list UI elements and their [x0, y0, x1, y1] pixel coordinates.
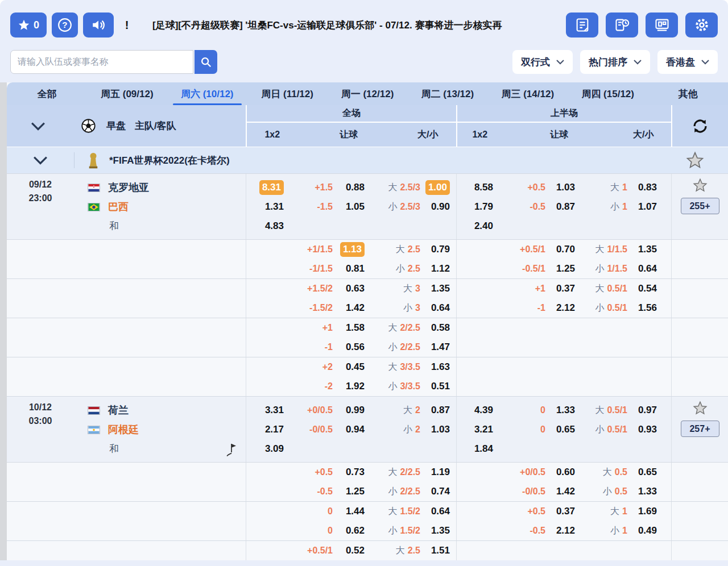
tab-date-1[interactable]: 周五 (09/12) — [87, 82, 167, 105]
odds-value[interactable]: 0.60 — [556, 467, 575, 477]
odds-value[interactable]: 1.25 — [346, 486, 365, 497]
settings-button[interactable] — [685, 13, 718, 38]
odds-value[interactable]: 0.64 — [638, 263, 657, 274]
odds-value[interactable]: 1.79 — [474, 201, 493, 212]
odds-1x2-cell[interactable]: 3.21 — [457, 424, 493, 435]
odds-value[interactable]: 0.74 — [431, 486, 450, 497]
handicap-odds-cell[interactable]: 1.13 — [333, 242, 365, 257]
ou-odds-cell[interactable]: 0.87 — [420, 405, 450, 416]
league-favorite-star-icon[interactable] — [686, 151, 704, 169]
odds-value[interactable]: 0.62 — [346, 525, 365, 536]
odds-value[interactable]: 1.33 — [556, 405, 575, 415]
odds-value[interactable]: 0.58 — [431, 322, 450, 333]
tab-date-7[interactable]: 周四 (15/12) — [568, 82, 648, 105]
odds-value[interactable]: 1.56 — [638, 302, 657, 313]
odds-value[interactable]: 1.03 — [556, 182, 575, 193]
handicap-odds-cell[interactable]: 0.88 — [333, 182, 365, 193]
odds-value[interactable]: 1.42 — [556, 486, 575, 497]
ou-odds-cell[interactable]: 0.64 — [420, 506, 450, 517]
odds-value[interactable]: 3.09 — [265, 443, 284, 454]
odds-1x2-cell[interactable]: 2.40 — [457, 220, 493, 232]
ou-odds-cell[interactable]: 1.35 — [627, 244, 657, 255]
more-markets-button[interactable]: 255+ — [681, 198, 719, 214]
handicap-odds-cell[interactable]: 1.05 — [333, 201, 365, 213]
odds-1x2-cell[interactable]: 1.84 — [457, 443, 493, 455]
odds-1x2-cell[interactable]: 1.31 — [246, 201, 284, 213]
odds-value[interactable]: 0.52 — [346, 545, 365, 556]
ou-odds-cell[interactable]: 0.54 — [627, 283, 657, 294]
handicap-odds-cell[interactable]: 1.33 — [545, 405, 575, 416]
odds-value[interactable]: 0.87 — [431, 405, 450, 415]
ou-odds-cell[interactable]: 1.33 — [627, 486, 657, 497]
home-team-name[interactable]: 荷兰 — [108, 403, 129, 417]
odds-value[interactable]: 1.51 — [431, 545, 450, 556]
odds-value[interactable]: 0.73 — [346, 467, 365, 477]
ou-odds-cell[interactable]: 0.97 — [627, 405, 657, 416]
handicap-odds-cell[interactable]: 0.62 — [333, 525, 365, 536]
ou-odds-cell[interactable]: 1.56 — [627, 302, 657, 314]
odds-value[interactable]: 0.97 — [638, 405, 657, 415]
handicap-odds-cell[interactable]: 1.92 — [333, 381, 365, 392]
odds-value[interactable]: 0.63 — [346, 283, 365, 294]
ou-odds-cell[interactable]: 0.49 — [627, 525, 657, 536]
ou-odds-cell[interactable]: 0.64 — [420, 302, 450, 314]
tab-date-2[interactable]: 周六 (10/12) — [167, 82, 247, 105]
search-button[interactable] — [195, 50, 217, 74]
handicap-odds-cell[interactable]: 1.44 — [333, 506, 365, 517]
odds-value[interactable]: 1.84 — [474, 443, 493, 454]
odds-value[interactable]: 1.35 — [638, 244, 657, 255]
odds-value[interactable]: 0.79 — [431, 244, 450, 255]
ou-odds-cell[interactable]: 0.79 — [420, 244, 450, 255]
ou-odds-cell[interactable]: 1.35 — [420, 525, 450, 536]
handicap-odds-cell[interactable]: 0.37 — [545, 506, 575, 517]
tab-date-3[interactable]: 周日 (11/12) — [247, 82, 328, 105]
board-button[interactable] — [646, 13, 678, 38]
handicap-odds-cell[interactable]: 0.73 — [333, 467, 365, 478]
odds-value[interactable]: 3.21 — [474, 424, 493, 435]
draw-label[interactable]: 和 — [88, 217, 246, 236]
tab-date-0[interactable]: 全部 — [7, 82, 87, 105]
odds-1x2-cell[interactable]: 3.09 — [246, 443, 284, 455]
sound-button[interactable] — [83, 13, 114, 38]
odds-value[interactable]: 0.37 — [556, 506, 575, 517]
tab-date-4[interactable]: 周一 (12/12) — [328, 82, 408, 105]
odds-value[interactable]: 0.49 — [638, 525, 657, 536]
ou-odds-cell[interactable]: 1.07 — [627, 201, 657, 213]
ou-odds-cell[interactable]: 1.03 — [420, 424, 450, 435]
odds-value[interactable]: 0.83 — [638, 182, 657, 193]
handicap-odds-cell[interactable]: 0.99 — [333, 405, 365, 416]
handicap-odds-cell[interactable]: 0.87 — [545, 201, 575, 213]
ou-odds-cell[interactable]: 0.93 — [627, 424, 657, 435]
odds-value[interactable]: 1.35 — [431, 283, 450, 294]
handicap-odds-cell[interactable]: 0.45 — [333, 361, 365, 373]
handicap-odds-cell[interactable]: 1.42 — [333, 302, 365, 314]
odds-value[interactable]: 0.81 — [346, 263, 365, 274]
odds-value[interactable]: 0.54 — [638, 283, 657, 294]
handicap-odds-cell[interactable]: 0.94 — [333, 424, 365, 435]
away-team-name[interactable]: 巴西 — [108, 200, 129, 214]
odds-value[interactable]: 0.51 — [431, 381, 450, 392]
odds-value[interactable]: 1.05 — [346, 201, 365, 212]
ou-odds-cell[interactable]: 1.35 — [420, 283, 450, 294]
away-team-name[interactable]: 阿根廷 — [108, 423, 139, 436]
odds-1x2-cell[interactable]: 4.83 — [246, 220, 284, 232]
refresh-icon[interactable] — [692, 118, 709, 135]
odds-value[interactable]: 0.90 — [431, 201, 450, 212]
odds-value[interactable]: 1.12 — [431, 263, 450, 274]
odds-value[interactable]: 0.64 — [431, 302, 450, 313]
odds-value[interactable]: 0.64 — [431, 506, 450, 517]
odds-1x2-cell[interactable]: 4.39 — [457, 405, 493, 416]
odds-value[interactable]: 4.83 — [265, 220, 284, 231]
odds-value[interactable]: 1.44 — [346, 506, 365, 517]
ou-odds-cell[interactable]: 0.51 — [420, 381, 450, 392]
handicap-odds-cell[interactable]: 0.37 — [545, 283, 575, 294]
handicap-odds-cell[interactable]: 0.52 — [333, 545, 365, 556]
tab-date-6[interactable]: 周三 (14/12) — [487, 82, 568, 105]
handicap-odds-cell[interactable]: 2.12 — [545, 302, 575, 314]
ou-odds-cell[interactable]: 0.74 — [420, 486, 450, 497]
odds-value[interactable]: 1.58 — [346, 322, 365, 333]
home-team-name[interactable]: 克罗地亚 — [108, 181, 149, 194]
draw-label[interactable]: 和 — [88, 439, 246, 459]
ou-odds-cell[interactable]: 1.00 — [420, 180, 450, 195]
more-markets-button[interactable]: 257+ — [681, 421, 719, 437]
